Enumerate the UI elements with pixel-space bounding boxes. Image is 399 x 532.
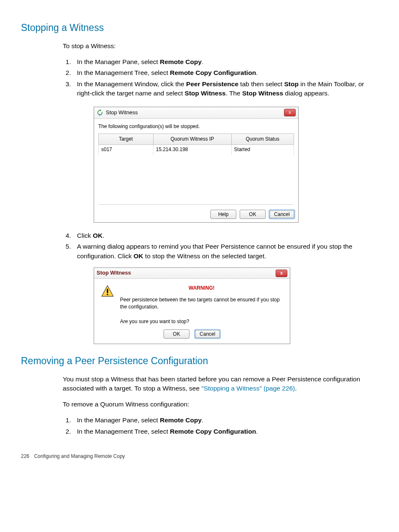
col-quorum-ip[interactable]: Quorum Witness IP — [153, 134, 231, 144]
intro-text: To stop a Witness: — [63, 41, 378, 51]
xref-stopping-witness[interactable]: "Stopping a Witness" (page 226) — [201, 385, 295, 392]
step-2: In the Management Tree, select Remote Co… — [73, 427, 378, 436]
chapter-title: Configuring and Managing Remote Copy — [34, 453, 125, 459]
col-quorum-status[interactable]: Quorum Status — [231, 134, 294, 144]
step-4: Click OK. — [73, 231, 378, 240]
warning-dialog: Stop Witness x WARNING! Peer persistence… — [94, 267, 290, 344]
warning-heading: WARNING! — [120, 285, 283, 292]
config-table: Target Quorum Witness IP Quorum Status s… — [98, 134, 294, 155]
svg-rect-1 — [107, 289, 108, 293]
step-1: In the Manager Pane, select Remote Copy. — [73, 416, 378, 425]
section-heading-stopping-witness: Stopping a Witness — [21, 21, 378, 35]
ok-button[interactable]: OK — [164, 329, 189, 339]
section-heading-removing-config: Removing a Peer Persistence Configuratio… — [21, 354, 378, 368]
cancel-button[interactable]: Cancel — [194, 329, 220, 339]
step-2: In the Management Tree, select Remote Co… — [73, 68, 378, 77]
cell-status: Started — [231, 145, 294, 155]
step-1: In the Manager Pane, select Remote Copy. — [73, 57, 378, 67]
col-target[interactable]: Target — [99, 134, 153, 144]
steps-list-1: In the Manager Pane, select Remote Copy.… — [63, 57, 378, 344]
stop-witness-dialog: Stop Witness x The following configurati… — [94, 107, 299, 223]
page-number: 226 — [21, 453, 29, 460]
close-button[interactable]: x — [284, 109, 296, 116]
svg-rect-2 — [107, 294, 108, 295]
ok-button[interactable]: OK — [240, 210, 266, 219]
page-footer: 226 Configuring and Managing Remote Copy — [21, 453, 378, 460]
step-5: A warning dialog appears to remind you t… — [73, 242, 378, 344]
dialog-message: The following configuration(s) will be s… — [98, 123, 294, 130]
warning-line1: Peer persistence between the two targets… — [120, 296, 283, 311]
steps-list-2: In the Manager Pane, select Remote Copy.… — [63, 416, 378, 436]
warning-titlebar: Stop Witness x — [94, 268, 290, 279]
dialog-title: Stop Witness — [106, 109, 138, 117]
removing-lead: To remove a Quorum Witness configuration… — [63, 400, 378, 409]
help-button[interactable]: Help — [210, 210, 236, 219]
close-button[interactable]: x — [276, 270, 287, 277]
warning-line2: Are you sure you want to stop? — [120, 318, 283, 325]
cell-ip: 15.214.30.198 — [153, 145, 231, 155]
table-row[interactable]: s017 15.214.30.198 Started — [99, 145, 294, 155]
warning-title: Stop Witness — [97, 269, 131, 277]
refresh-icon — [97, 109, 103, 116]
step-3: In the Management Window, click the Peer… — [73, 80, 378, 223]
cancel-button[interactable]: Cancel — [269, 210, 295, 219]
dialog-titlebar: Stop Witness x — [94, 107, 298, 119]
warning-icon — [101, 285, 114, 298]
cell-target: s017 — [99, 145, 153, 155]
removing-intro: You must stop a Witness that has been st… — [63, 375, 378, 393]
